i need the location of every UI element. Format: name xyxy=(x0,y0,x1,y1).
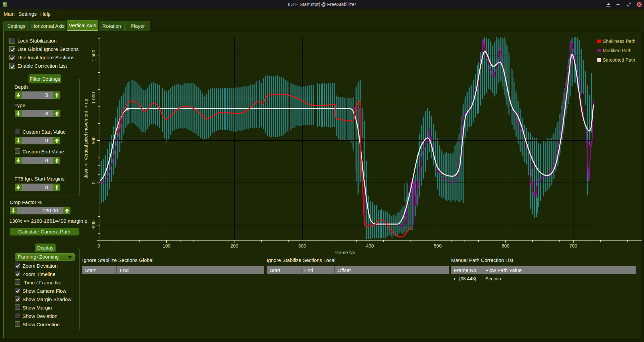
svg-text:0: 0 xyxy=(98,243,100,249)
svg-text:500: 500 xyxy=(91,136,96,144)
svg-text:700: 700 xyxy=(570,243,578,249)
svg-text:0: 0 xyxy=(91,181,96,184)
svg-text:400: 400 xyxy=(366,243,374,249)
svg-text:Smoothed Path: Smoothed Path xyxy=(603,57,635,63)
svg-text:100: 100 xyxy=(163,243,171,249)
svg-text:1 500: 1 500 xyxy=(91,50,96,61)
svg-text:down <- Vertical pixel movemen: down <- Vertical pixel movement -> up xyxy=(83,99,89,179)
svg-text:500: 500 xyxy=(434,243,442,249)
svg-text:1 000: 1 000 xyxy=(91,92,96,104)
svg-text:Modified Path: Modified Path xyxy=(603,48,632,53)
svg-text:Shakiness Path: Shakiness Path xyxy=(603,39,635,44)
svg-text:200: 200 xyxy=(230,243,238,249)
svg-text:Frame No.: Frame No. xyxy=(334,250,357,255)
svg-text:-500: -500 xyxy=(91,220,96,230)
svg-text:600: 600 xyxy=(501,243,509,249)
svg-text:300: 300 xyxy=(298,243,306,249)
